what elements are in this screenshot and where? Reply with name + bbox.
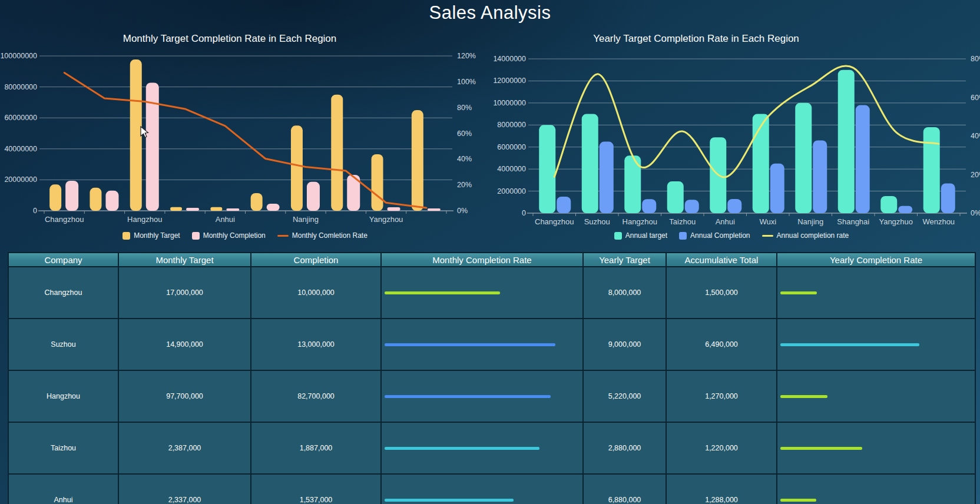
table-cell-yearly-completion-rate [777, 371, 975, 422]
table-header-company: Company [9, 253, 118, 266]
bar-monthly-completion-Anhui[interactable] [226, 208, 239, 211]
bar-annual-completion-Anhui[interactable] [727, 199, 741, 213]
page-title: Sales Analysis [0, 2, 980, 24]
table-cell-monthly-completion-rate [382, 267, 582, 318]
yearly-chart-canvas[interactable]: 0200000040000006000000800000010000000120… [490, 26, 980, 233]
y-axis-right-label: 60% [457, 130, 472, 138]
legend-item-monthly-comletion-rate[interactable]: Monthly Comletion Rate [277, 231, 368, 240]
table-cell-accumulative-total: 1,220,000 [667, 423, 776, 473]
bar-annual-completion-Changzhou[interactable] [557, 197, 571, 213]
table-cell-completion: 1,887,000 [251, 423, 380, 473]
table-cell-accumulative-total: 1,288,000 [667, 475, 776, 504]
bar-annual-completion-Wenzhou[interactable] [941, 183, 955, 213]
monthly-completion-rate-bar [385, 447, 539, 450]
bar-monthly-target-Yangzhou[interactable] [372, 154, 383, 211]
bar-monthly-target-Nanjing[interactable] [291, 125, 303, 211]
table-header-yearly-target: Yearly Target [584, 253, 666, 266]
y-axis-right-label: 0% [457, 207, 468, 215]
table-cell-monthly-completion-rate [382, 371, 582, 422]
y-axis-left-label: 20000000 [4, 175, 37, 184]
bar-monthly-completion-Changzhou[interactable] [65, 181, 78, 211]
table-cell-company: Suzhou [9, 319, 118, 370]
bar-monthly-target-Wenzhou[interactable] [412, 110, 423, 211]
x-axis-category-label: Shanghai [837, 217, 869, 226]
bar-annual-completion-Taizhou[interactable] [685, 200, 699, 213]
table-header-completion: Completion [251, 253, 380, 266]
bar-monthly-completion-Wuxi[interactable] [267, 204, 280, 211]
legend-item-monthly-completion[interactable]: Monthly Completion [192, 231, 266, 240]
yearly-completion-rate-bar [780, 447, 862, 450]
x-axis-category-label: Nanjing [293, 215, 319, 224]
x-axis-category-label: Suzhou [584, 217, 610, 226]
bar-annual-target-Yangzhuo[interactable] [880, 196, 897, 213]
legend-item-annual-completion-rate[interactable]: Annual completion rate [762, 231, 849, 240]
legend-item-annual-completion[interactable]: Annual Completion [679, 231, 750, 240]
yearly-chart-legend: Annual targetAnnual CompletionAnnual com… [490, 231, 973, 240]
bar-monthly-target-Hangzhou[interactable] [130, 59, 142, 211]
bar-monthly-target-Wuxi[interactable] [251, 193, 263, 211]
y-axis-left-label: 60000000 [4, 114, 37, 122]
bar-annual-target-Shanghai[interactable] [838, 70, 855, 213]
monthly-chart-canvas[interactable]: 0200000004000000060000000800000001000000… [0, 26, 490, 230]
y-axis-left-label: 2000000 [497, 187, 526, 195]
bar-monthly-target-Changzhou[interactable] [49, 184, 61, 211]
bar-monthly-target-Taizhou[interactable] [170, 207, 182, 211]
table-cell-monthly-completion-rate [382, 319, 582, 370]
y-axis-right-label: 60% [971, 94, 980, 102]
table-cell-completion: 82,700,000 [251, 371, 380, 422]
bar-annual-target-Nanjing[interactable] [795, 103, 812, 213]
x-axis-category-label: Nanjing [797, 217, 823, 226]
y-axis-left-label: 8000000 [497, 121, 526, 129]
y-axis-left-label: 12000000 [493, 77, 526, 85]
table-cell-monthly-target: 2,337,000 [119, 475, 250, 504]
table-header-accumulative-total: Accumulative Total [667, 253, 776, 266]
table-cell-accumulative-total: 6,490,000 [667, 319, 776, 370]
table-cell-monthly-target: 97,700,000 [119, 371, 250, 422]
legend-item-monthly-target[interactable]: Monthly Target [122, 231, 180, 240]
y-axis-right-label: 0% [971, 209, 980, 217]
bar-annual-target-Changzhou[interactable] [539, 125, 555, 213]
table-header-yearly-completion-rate: Yearly Completion Rate [777, 253, 975, 266]
bar-annual-completion-Suzhou[interactable] [600, 142, 614, 213]
y-axis-left-label: 0 [522, 209, 526, 217]
table-cell-yearly-target: 5,220,000 [584, 371, 666, 422]
bar-annual-completion-Wuxi[interactable] [770, 164, 784, 213]
y-axis-right-label: 80% [457, 104, 472, 112]
x-axis-category-label: Hangzhou [127, 215, 162, 224]
legend-label: Annual target [625, 231, 667, 240]
legend-line-swatch [762, 235, 773, 237]
table-cell-monthly-target: 14,900,000 [119, 319, 250, 370]
legend-bar-swatch [614, 232, 622, 240]
bar-monthly-completion-Taizhou[interactable] [186, 208, 199, 211]
legend-label: Monthly Target [134, 231, 180, 240]
table-cell-yearly-target: 2,880,000 [584, 423, 666, 473]
bar-monthly-completion-Suzhou[interactable] [105, 191, 118, 211]
bar-annual-completion-Shanghai[interactable] [856, 105, 870, 213]
monthly-completion-rate-bar [385, 291, 500, 294]
x-axis-category-label: Wenzhou [922, 217, 955, 226]
bar-annual-completion-Hangzhou[interactable] [642, 199, 656, 213]
bar-monthly-target-Anhui[interactable] [210, 207, 222, 211]
bar-monthly-completion-Wenzhou[interactable] [428, 208, 441, 211]
bar-annual-target-Wenzhou[interactable] [923, 127, 940, 213]
table-cell-company: Anhui [9, 475, 118, 504]
table-cell-completion: 13,000,000 [251, 319, 380, 370]
table-cell-company: Hangzhou [9, 371, 118, 422]
bar-annual-target-Suzhou[interactable] [582, 114, 598, 213]
monthly-completion-rate-bar [385, 395, 551, 398]
bar-monthly-completion-Nanjing[interactable] [307, 182, 320, 211]
bar-monthly-completion-Yangzhou[interactable] [388, 207, 400, 211]
legend-bar-swatch [679, 232, 687, 240]
bar-monthly-target-Suzhou[interactable] [90, 188, 101, 211]
table-cell-company: Changzhou [9, 267, 118, 318]
bar-annual-completion-Nanjing[interactable] [813, 140, 827, 213]
bar-annual-completion-Yangzhuo[interactable] [898, 206, 912, 213]
y-axis-left-label: 0 [33, 207, 37, 215]
bar-annual-target-Taizhou[interactable] [667, 181, 684, 213]
legend-item-annual-target[interactable]: Annual target [614, 231, 667, 240]
x-axis-category-label: Taizhou [669, 217, 696, 226]
y-axis-left-label: 10000000 [493, 99, 526, 107]
bar-monthly-target-Shanghai[interactable] [331, 95, 343, 211]
bar-annual-target-Wuxi[interactable] [753, 114, 769, 213]
y-axis-right-label: 100% [457, 78, 476, 86]
